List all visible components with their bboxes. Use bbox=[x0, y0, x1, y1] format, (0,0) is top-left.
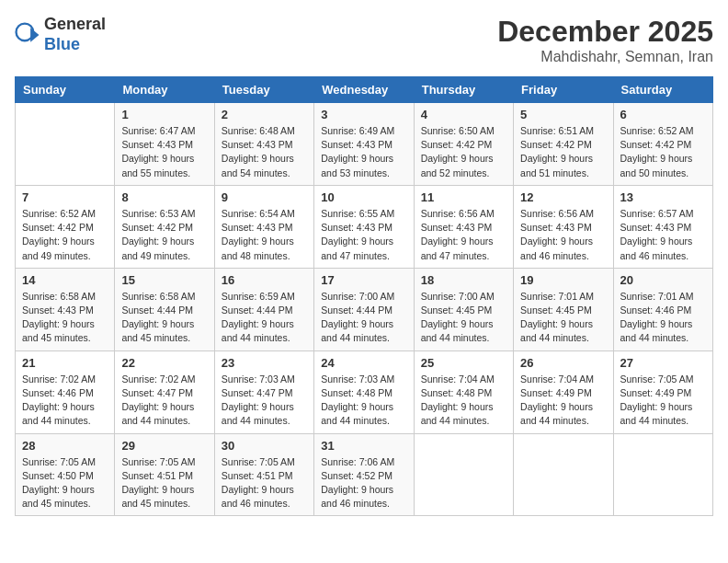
calendar-cell: 24Sunrise: 7:03 AMSunset: 4:48 PMDayligh… bbox=[314, 350, 414, 433]
day-info: Sunrise: 7:00 AMSunset: 4:45 PMDaylight:… bbox=[421, 290, 506, 346]
calendar-cell bbox=[16, 103, 115, 186]
calendar-cell: 17Sunrise: 7:00 AMSunset: 4:44 PMDayligh… bbox=[314, 268, 414, 350]
day-info: Sunrise: 7:02 AMSunset: 4:46 PMDaylight:… bbox=[22, 373, 108, 429]
day-info: Sunrise: 7:05 AMSunset: 4:51 PMDaylight:… bbox=[121, 455, 207, 511]
calendar-cell: 29Sunrise: 7:05 AMSunset: 4:51 PMDayligh… bbox=[115, 433, 214, 516]
day-number: 19 bbox=[520, 273, 606, 287]
logo-icon bbox=[15, 22, 40, 48]
calendar-cell: 11Sunrise: 6:56 AMSunset: 4:43 PMDayligh… bbox=[414, 185, 513, 268]
calendar-cell: 22Sunrise: 7:02 AMSunset: 4:47 PMDayligh… bbox=[115, 350, 214, 433]
day-info: Sunrise: 6:47 AMSunset: 4:43 PMDaylight:… bbox=[121, 124, 207, 180]
day-number: 31 bbox=[321, 439, 406, 453]
day-number: 5 bbox=[520, 108, 606, 121]
column-header-tuesday: Tuesday bbox=[214, 77, 313, 103]
day-info: Sunrise: 6:50 AMSunset: 4:42 PMDaylight:… bbox=[421, 124, 506, 180]
day-number: 18 bbox=[421, 273, 506, 287]
day-info: Sunrise: 6:48 AMSunset: 4:43 PMDaylight:… bbox=[222, 124, 307, 180]
calendar-header-row: SundayMondayTuesdayWednesdayThursdayFrid… bbox=[16, 77, 713, 103]
day-number: 22 bbox=[121, 356, 207, 370]
calendar-cell: 31Sunrise: 7:06 AMSunset: 4:52 PMDayligh… bbox=[314, 433, 414, 516]
column-header-monday: Monday bbox=[115, 77, 214, 103]
day-number: 17 bbox=[321, 273, 406, 287]
day-info: Sunrise: 6:58 AMSunset: 4:44 PMDaylight:… bbox=[121, 290, 207, 346]
calendar-cell: 15Sunrise: 6:58 AMSunset: 4:44 PMDayligh… bbox=[115, 268, 214, 350]
day-info: Sunrise: 7:04 AMSunset: 4:49 PMDaylight:… bbox=[520, 373, 606, 429]
calendar-cell bbox=[514, 433, 613, 516]
column-header-wednesday: Wednesday bbox=[314, 77, 414, 103]
calendar-body: 1Sunrise: 6:47 AMSunset: 4:43 PMDaylight… bbox=[16, 103, 713, 516]
calendar-cell: 2Sunrise: 6:48 AMSunset: 4:43 PMDaylight… bbox=[214, 103, 313, 186]
day-info: Sunrise: 6:49 AMSunset: 4:43 PMDaylight:… bbox=[321, 124, 406, 180]
day-number: 12 bbox=[520, 190, 606, 204]
day-number: 14 bbox=[22, 273, 108, 287]
logo: General Blue bbox=[15, 15, 106, 54]
day-info: Sunrise: 7:05 AMSunset: 4:50 PMDaylight:… bbox=[22, 455, 108, 511]
calendar-cell: 18Sunrise: 7:00 AMSunset: 4:45 PMDayligh… bbox=[414, 268, 513, 350]
calendar-cell: 19Sunrise: 7:01 AMSunset: 4:45 PMDayligh… bbox=[514, 268, 613, 350]
calendar-cell: 20Sunrise: 7:01 AMSunset: 4:46 PMDayligh… bbox=[613, 268, 712, 350]
day-info: Sunrise: 6:52 AMSunset: 4:42 PMDaylight:… bbox=[22, 207, 108, 263]
day-info: Sunrise: 7:02 AMSunset: 4:47 PMDaylight:… bbox=[121, 373, 207, 429]
title-area: December 2025 Mahdishahr, Semnan, Iran bbox=[497, 15, 713, 65]
day-number: 1 bbox=[121, 108, 207, 121]
calendar-cell: 8Sunrise: 6:53 AMSunset: 4:42 PMDaylight… bbox=[115, 185, 214, 268]
day-number: 6 bbox=[620, 108, 706, 121]
day-info: Sunrise: 7:05 AMSunset: 4:49 PMDaylight:… bbox=[620, 373, 706, 429]
calendar-cell: 10Sunrise: 6:55 AMSunset: 4:43 PMDayligh… bbox=[314, 185, 414, 268]
day-number: 4 bbox=[421, 108, 506, 121]
day-number: 27 bbox=[620, 356, 706, 370]
calendar-cell: 4Sunrise: 6:50 AMSunset: 4:42 PMDaylight… bbox=[414, 103, 513, 186]
calendar-cell: 16Sunrise: 6:59 AMSunset: 4:44 PMDayligh… bbox=[214, 268, 313, 350]
day-number: 21 bbox=[22, 356, 108, 370]
calendar-cell: 26Sunrise: 7:04 AMSunset: 4:49 PMDayligh… bbox=[514, 350, 613, 433]
day-info: Sunrise: 6:56 AMSunset: 4:43 PMDaylight:… bbox=[520, 207, 606, 263]
day-number: 2 bbox=[222, 108, 307, 121]
day-number: 20 bbox=[620, 273, 706, 287]
calendar-cell: 25Sunrise: 7:04 AMSunset: 4:48 PMDayligh… bbox=[414, 350, 513, 433]
calendar-cell: 12Sunrise: 6:56 AMSunset: 4:43 PMDayligh… bbox=[514, 185, 613, 268]
day-number: 29 bbox=[121, 439, 207, 453]
day-info: Sunrise: 7:03 AMSunset: 4:48 PMDaylight:… bbox=[321, 373, 406, 429]
calendar-cell: 14Sunrise: 6:58 AMSunset: 4:43 PMDayligh… bbox=[16, 268, 115, 350]
day-number: 13 bbox=[620, 190, 706, 204]
day-number: 30 bbox=[222, 439, 307, 453]
calendar-cell: 13Sunrise: 6:57 AMSunset: 4:43 PMDayligh… bbox=[613, 185, 712, 268]
column-header-thursday: Thursday bbox=[414, 77, 513, 103]
day-number: 3 bbox=[321, 108, 406, 121]
calendar-week-row: 1Sunrise: 6:47 AMSunset: 4:43 PMDaylight… bbox=[16, 103, 713, 186]
calendar-cell: 1Sunrise: 6:47 AMSunset: 4:43 PMDaylight… bbox=[115, 103, 214, 186]
column-header-sunday: Sunday bbox=[16, 77, 115, 103]
calendar-cell: 3Sunrise: 6:49 AMSunset: 4:43 PMDaylight… bbox=[314, 103, 414, 186]
calendar-cell: 30Sunrise: 7:05 AMSunset: 4:51 PMDayligh… bbox=[214, 433, 313, 516]
calendar-table: SundayMondayTuesdayWednesdayThursdayFrid… bbox=[15, 76, 713, 516]
month-title: December 2025 bbox=[497, 15, 713, 49]
calendar-cell: 9Sunrise: 6:54 AMSunset: 4:43 PMDaylight… bbox=[214, 185, 313, 268]
svg-marker-1 bbox=[30, 28, 39, 42]
logo-text: General Blue bbox=[44, 15, 106, 54]
calendar-cell bbox=[414, 433, 513, 516]
day-info: Sunrise: 6:51 AMSunset: 4:42 PMDaylight:… bbox=[520, 124, 606, 180]
day-number: 9 bbox=[222, 190, 307, 204]
day-info: Sunrise: 6:54 AMSunset: 4:43 PMDaylight:… bbox=[222, 207, 307, 263]
day-number: 24 bbox=[321, 356, 406, 370]
calendar-week-row: 7Sunrise: 6:52 AMSunset: 4:42 PMDaylight… bbox=[16, 185, 713, 268]
column-header-saturday: Saturday bbox=[613, 77, 712, 103]
day-info: Sunrise: 6:53 AMSunset: 4:42 PMDaylight:… bbox=[121, 207, 207, 263]
day-number: 15 bbox=[121, 273, 207, 287]
day-number: 16 bbox=[222, 273, 307, 287]
calendar-cell: 6Sunrise: 6:52 AMSunset: 4:42 PMDaylight… bbox=[613, 103, 712, 186]
day-info: Sunrise: 6:56 AMSunset: 4:43 PMDaylight:… bbox=[421, 207, 506, 263]
day-number: 26 bbox=[520, 356, 606, 370]
day-info: Sunrise: 7:06 AMSunset: 4:52 PMDaylight:… bbox=[321, 455, 406, 511]
day-number: 25 bbox=[421, 356, 506, 370]
calendar-week-row: 28Sunrise: 7:05 AMSunset: 4:50 PMDayligh… bbox=[16, 433, 713, 516]
day-info: Sunrise: 7:01 AMSunset: 4:46 PMDaylight:… bbox=[620, 290, 706, 346]
day-info: Sunrise: 7:05 AMSunset: 4:51 PMDaylight:… bbox=[222, 455, 307, 511]
day-info: Sunrise: 6:55 AMSunset: 4:43 PMDaylight:… bbox=[321, 207, 406, 263]
header: General Blue December 2025 Mahdishahr, S… bbox=[15, 15, 713, 65]
calendar-week-row: 14Sunrise: 6:58 AMSunset: 4:43 PMDayligh… bbox=[16, 268, 713, 350]
calendar-cell: 7Sunrise: 6:52 AMSunset: 4:42 PMDaylight… bbox=[16, 185, 115, 268]
day-info: Sunrise: 6:57 AMSunset: 4:43 PMDaylight:… bbox=[620, 207, 706, 263]
calendar-cell: 27Sunrise: 7:05 AMSunset: 4:49 PMDayligh… bbox=[613, 350, 712, 433]
day-number: 23 bbox=[222, 356, 307, 370]
